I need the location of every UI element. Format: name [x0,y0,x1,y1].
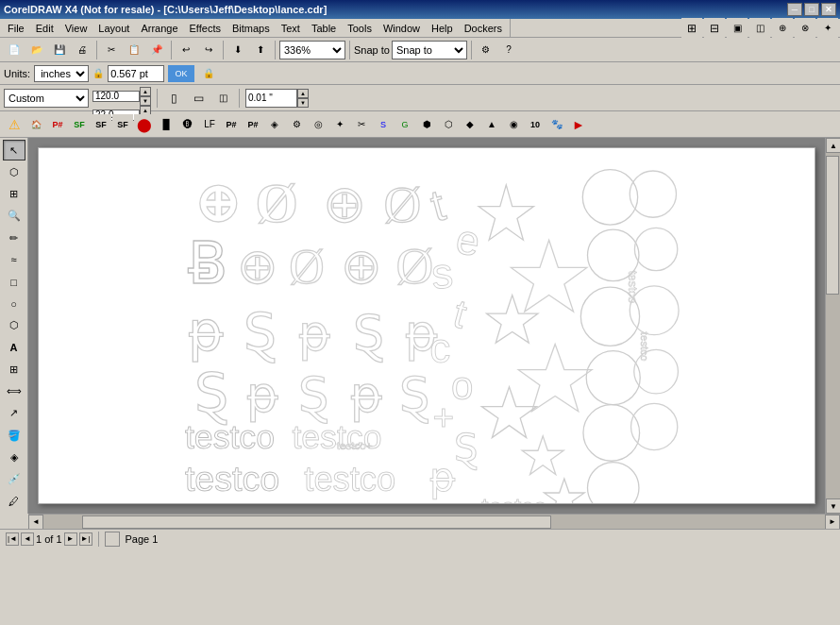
toolbar-icon-3[interactable]: ▣ [727,18,748,39]
scroll-down-btn[interactable]: ▼ [826,498,840,514]
toolbar-icon-1[interactable]: ⊞ [681,18,702,39]
eff15[interactable]: ✦ [329,114,350,135]
print-button[interactable]: 🖨 [72,40,92,60]
ellipse-tool[interactable]: ○ [3,294,25,314]
menu-view[interactable]: View [59,21,93,36]
maximize-button[interactable]: □ [804,3,819,16]
eff19[interactable]: ⬢ [416,114,437,135]
scroll-left-btn[interactable]: ◄ [28,515,43,530]
v-scroll-thumb[interactable] [826,156,839,294]
next-page-btn[interactable]: ► [64,532,77,546]
eff2[interactable]: P# [47,114,68,135]
save-button[interactable]: 💾 [49,40,70,60]
canvas-area[interactable]: ⊕ Ø ⊕ Ø Ƀ ⊕ Ø ⊕ Ø testco testco testco t… [28,138,840,514]
help-btn2[interactable]: ? [498,40,519,60]
eff10[interactable]: P# [221,114,242,135]
menu-dockers[interactable]: Dockers [459,21,508,36]
cut-button[interactable]: ✂ [101,40,122,60]
toolbar-icon-2[interactable]: ⊟ [704,18,725,39]
eff18[interactable]: G [395,114,415,135]
select-tool[interactable]: ↖ [3,140,25,160]
last-page-btn[interactable]: ►| [79,532,92,546]
new-button[interactable]: 📄 [4,40,25,60]
freehand-tool[interactable]: ✏ [3,228,25,248]
polygon-tool[interactable]: ⬡ [3,315,25,336]
eff9[interactable]: LF [199,114,220,135]
redo-button[interactable]: ↪ [198,40,219,60]
menu-layout[interactable]: Layout [92,21,135,36]
menu-edit[interactable]: Edit [30,21,59,36]
menu-help[interactable]: Help [426,21,459,36]
h-scroll-thumb[interactable] [82,515,551,529]
smart-fill-tool[interactable]: ◈ [3,447,25,467]
nudge-down[interactable]: ▼ [297,98,309,108]
undo-button[interactable]: ↩ [176,40,196,60]
eff7[interactable]: ▐▌ [156,114,176,135]
facing-pages-btn[interactable]: ◫ [212,88,233,109]
nudge-input[interactable] [245,89,297,108]
portrait-btn[interactable]: ▯ [163,88,184,109]
table-tool[interactable]: ⊞ [3,359,25,380]
width-up[interactable]: ▲ [140,87,151,96]
units-select[interactable]: inches mm cm pixels [34,65,89,82]
text-tool[interactable]: A [3,337,25,358]
node-tool[interactable]: ⬡ [3,161,25,182]
options-button[interactable]: ⚙ [476,40,496,60]
eff8[interactable]: 🅑 [177,114,198,135]
scroll-up-btn[interactable]: ▲ [826,138,840,153]
paste-button[interactable]: 📌 [146,40,167,60]
menu-tools[interactable]: Tools [342,21,378,36]
fill-tool[interactable]: 🪣 [3,425,25,446]
apply-btn[interactable]: OK [168,65,194,82]
rectangle-tool[interactable]: □ [3,271,25,292]
landscape-btn[interactable]: ▭ [188,88,209,109]
eff14[interactable]: ◎ [308,114,328,135]
prev-page-btn[interactable]: ◄ [21,532,34,546]
toolbar-icon-7[interactable]: ✦ [817,18,838,39]
menu-file[interactable]: File [2,21,30,36]
menu-arrange[interactable]: Arrange [135,21,183,36]
eff21[interactable]: ◆ [460,114,480,135]
menu-table[interactable]: Table [306,21,342,36]
eff20[interactable]: ⬡ [438,114,459,135]
scroll-right-btn[interactable]: ► [825,515,840,530]
import-button[interactable]: ⬇ [227,40,248,60]
crop-tool[interactable]: ⊞ [3,183,25,204]
eff26[interactable]: ► [568,114,589,135]
add-page-btn[interactable] [105,532,120,547]
eff24[interactable]: 10 [525,114,546,135]
eff11[interactable]: P# [243,114,263,135]
toolbar-icon-5[interactable]: ⊕ [772,18,793,39]
zoom-select[interactable]: 336% 100% 200% 400% [279,41,345,59]
width-down[interactable]: ▼ [140,96,151,106]
v-scroll-track[interactable] [826,153,840,498]
close-button[interactable]: ✕ [821,3,836,16]
eff23[interactable]: ◉ [503,114,524,135]
h-scroll-track[interactable] [43,515,825,530]
eff13[interactable]: ⚙ [286,114,307,135]
eff1[interactable]: 🏠 [25,114,46,135]
open-button[interactable]: 📂 [26,40,47,60]
first-page-btn[interactable]: |◄ [6,532,19,546]
copy-button[interactable]: 📋 [124,40,144,60]
toolbar-icon-4[interactable]: ◫ [749,18,770,39]
outline-tool[interactable]: 🖊 [3,491,25,512]
zoom-tool[interactable]: 🔍 [3,206,25,227]
page-preset-select[interactable]: Custom Letter A4 [4,89,89,108]
warn-icon[interactable]: ⚠ [4,114,25,135]
eff12[interactable]: ◈ [264,114,285,135]
minimize-button[interactable]: ─ [787,3,802,16]
export-button[interactable]: ⬆ [250,40,271,60]
snap-select[interactable]: Snap to [392,41,467,59]
eff25[interactable]: 🐾 [546,114,567,135]
menu-text[interactable]: Text [276,21,306,36]
width-input[interactable] [92,91,140,102]
menu-window[interactable]: Window [378,21,426,36]
eff6[interactable]: ⬤ [134,114,155,135]
menu-bitmaps[interactable]: Bitmaps [227,21,276,36]
eff3[interactable]: SF [69,114,90,135]
eff22[interactable]: ▲ [481,114,502,135]
interactive-tool[interactable]: ↗ [3,403,25,424]
eff4[interactable]: SF [91,114,111,135]
dimension-tool[interactable]: ⟺ [3,381,25,402]
